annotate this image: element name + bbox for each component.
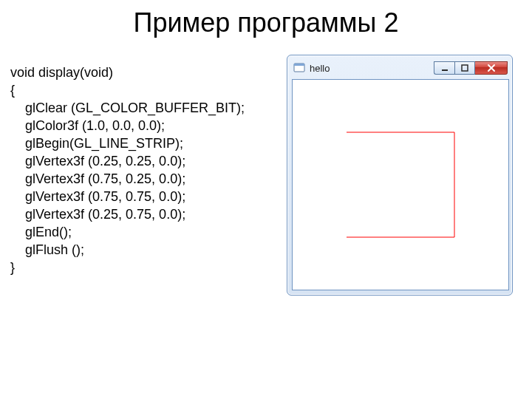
minimize-button[interactable] — [434, 61, 454, 75]
minimize-icon — [441, 64, 449, 72]
client-area — [292, 79, 509, 290]
svg-rect-3 — [462, 65, 468, 71]
maximize-icon — [461, 64, 468, 72]
slide: Пример программы 2 void display(void) { … — [0, 0, 532, 399]
close-icon — [487, 64, 496, 72]
titlebar[interactable]: hello — [292, 60, 508, 79]
svg-rect-1 — [294, 64, 304, 66]
app-window: hello — [287, 55, 513, 296]
app-icon — [293, 62, 305, 74]
code-block: void display(void) { glClear (GL_COLOR_B… — [10, 64, 245, 276]
close-button[interactable] — [475, 61, 508, 75]
maximize-button[interactable] — [454, 61, 475, 75]
slide-title: Пример программы 2 — [0, 7, 532, 38]
gl-output — [293, 80, 508, 290]
window-buttons — [434, 61, 508, 75]
svg-rect-2 — [442, 69, 448, 71]
window-title: hello — [310, 63, 434, 74]
